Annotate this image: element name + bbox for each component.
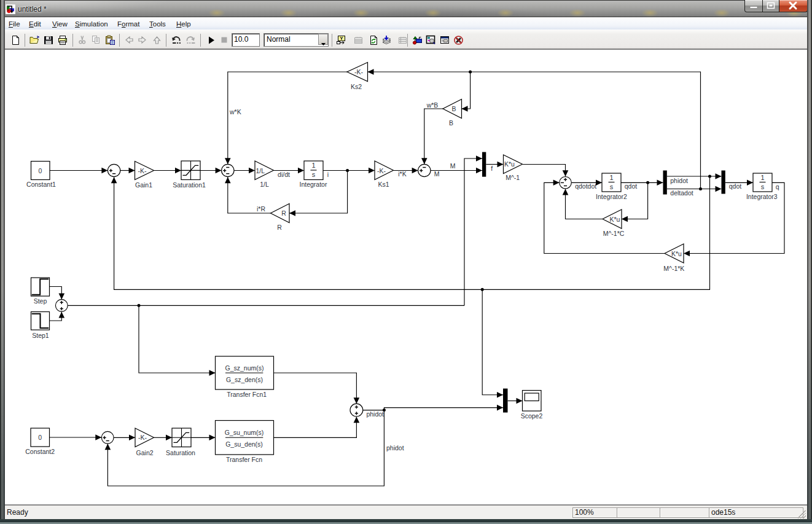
svg-text:s: s: [761, 183, 765, 190]
svg-text:Saturation1: Saturation1: [173, 181, 206, 189]
svg-text:Y: Y: [340, 36, 343, 41]
svg-text:1: 1: [760, 174, 764, 181]
svg-text:-K-: -K-: [377, 167, 386, 174]
svg-text:G_sz_den(s): G_sz_den(s): [226, 376, 263, 383]
svg-text:i: i: [327, 171, 329, 178]
svg-text:s: s: [610, 183, 614, 190]
svg-text:w*B: w*B: [426, 101, 439, 109]
svg-text:M^-1: M^-1: [506, 174, 520, 181]
svg-text:K*u: K*u: [671, 250, 682, 257]
svg-text:Integrator3: Integrator3: [746, 193, 778, 200]
svg-text:Transfer Fcn: Transfer Fcn: [226, 456, 262, 463]
svg-text:Saturation: Saturation: [166, 449, 195, 456]
svg-text:0: 0: [39, 167, 42, 174]
svg-text:Constant1: Constant1: [26, 181, 56, 188]
svg-text:B: B: [449, 119, 453, 127]
svg-text:Gain2: Gain2: [136, 449, 154, 456]
svg-text:M: M: [434, 170, 440, 178]
svg-text:Scope2: Scope2: [521, 412, 543, 420]
svg-text:Step1: Step1: [32, 332, 49, 339]
svg-text:phidot: phidot: [670, 177, 688, 184]
svg-text:Transfer Fcn1: Transfer Fcn1: [227, 391, 267, 398]
svg-text:phidot: phidot: [386, 444, 404, 452]
svg-text:G_sz_num(s): G_sz_num(s): [225, 364, 264, 372]
svg-text:M^-1*C: M^-1*C: [603, 230, 625, 237]
svg-text:1: 1: [609, 174, 613, 181]
svg-text:i*R: i*R: [257, 205, 265, 213]
svg-text:q: q: [776, 183, 779, 190]
svg-text:phidot: phidot: [366, 410, 384, 418]
svg-text:w*K: w*K: [229, 108, 241, 115]
svg-text:1/L: 1/L: [256, 167, 265, 174]
svg-text:Constant2: Constant2: [25, 448, 55, 455]
svg-text:K*u: K*u: [610, 216, 620, 223]
svg-text:qdotdot: qdotdot: [575, 182, 596, 190]
svg-text:di/dt: di/dt: [278, 171, 290, 178]
svg-text:K*u: K*u: [504, 160, 515, 168]
svg-text:Integrator2: Integrator2: [596, 193, 627, 200]
svg-text:B: B: [451, 105, 456, 112]
svg-text:R: R: [281, 209, 286, 217]
svg-text:-K-: -K-: [354, 68, 364, 76]
svg-text:Ks2: Ks2: [351, 83, 362, 90]
svg-text:1/L: 1/L: [260, 181, 269, 188]
svg-text:Ks1: Ks1: [378, 181, 389, 188]
svg-text:f: f: [491, 165, 493, 172]
svg-text:Gain1: Gain1: [135, 181, 152, 189]
svg-text:Integrator: Integrator: [300, 181, 327, 188]
svg-text:R: R: [277, 224, 282, 231]
svg-text:M: M: [450, 162, 456, 170]
svg-text:Step: Step: [34, 297, 47, 305]
svg-text:-K-: -K-: [138, 434, 147, 441]
svg-text:s: s: [312, 171, 316, 178]
svg-text:qdot: qdot: [625, 182, 638, 190]
svg-text:1: 1: [311, 162, 315, 169]
svg-text:0: 0: [38, 434, 42, 441]
svg-text:-K-: -K-: [138, 167, 147, 174]
svg-text:G_su_num(s): G_su_num(s): [225, 429, 264, 436]
svg-text:M^-1*K: M^-1*K: [663, 265, 684, 272]
svg-text:deltadot: deltadot: [670, 189, 693, 197]
svg-text:G_su_den(s): G_su_den(s): [225, 440, 263, 448]
svg-text:i*K: i*K: [398, 170, 406, 178]
svg-text:qdot: qdot: [729, 182, 742, 190]
